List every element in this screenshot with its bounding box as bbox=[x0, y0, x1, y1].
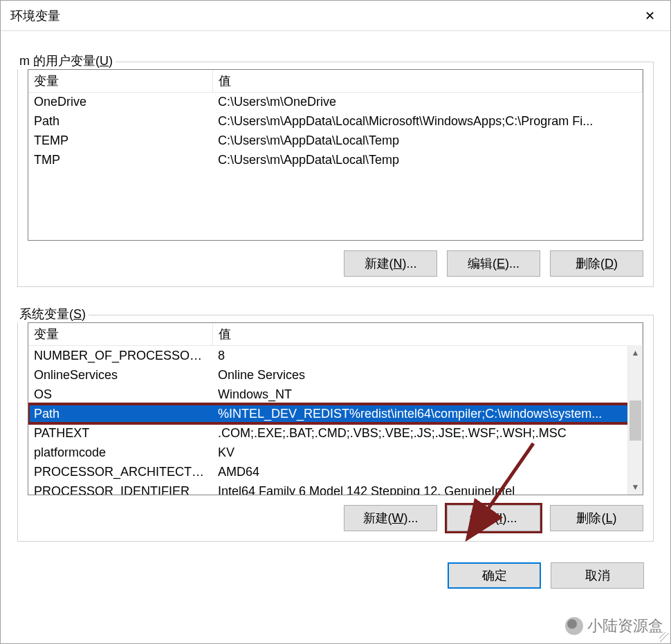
user-variables-group: m 的用户变量(U) 变量 值 OneDriveC:\Users\m\OneDr… bbox=[17, 62, 654, 287]
watermark-text: 小陆资源盒 bbox=[587, 616, 663, 636]
variable-name-cell: PATHEXT bbox=[28, 423, 212, 443]
system-delete-button[interactable]: 删除(L) bbox=[550, 505, 643, 531]
table-row[interactable]: TEMPC:\Users\m\AppData\Local\Temp bbox=[28, 131, 643, 151]
window-title: 环境变量 bbox=[10, 8, 60, 24]
user-variables-label: m 的用户变量(U) bbox=[17, 53, 116, 69]
user-button-row: 新建(N)... 编辑(E)... 删除(D) bbox=[28, 250, 643, 277]
user-delete-button[interactable]: 删除(D) bbox=[550, 250, 643, 277]
table-row[interactable]: OSWindows_NT bbox=[28, 385, 643, 404]
cancel-button[interactable]: 取消 bbox=[551, 562, 644, 589]
variable-name-cell: PROCESSOR_ARCHITECTURE bbox=[28, 462, 212, 481]
scroll-down-icon[interactable]: ▼ bbox=[628, 479, 643, 495]
variable-name-cell: TEMP bbox=[28, 131, 212, 151]
watermark: 小陆资源盒 bbox=[565, 616, 663, 636]
variable-value-cell: .COM;.EXE;.BAT;.CMD;.VBS;.VBE;.JS;.JSE;.… bbox=[212, 423, 643, 443]
system-variables-group: 系统变量(S) 变量 值 NUMBER_OF_PROCESSORS8On bbox=[17, 315, 654, 542]
variable-name-cell: TMP bbox=[28, 151, 212, 170]
titlebar: 环境变量 ✕ bbox=[1, 1, 670, 31]
variable-value-cell: %INTEL_DEV_REDIST%redist\intel64\compile… bbox=[212, 404, 643, 423]
env-vars-dialog: 环境变量 ✕ m 的用户变量(U) 变量 值 OneDrive bbox=[0, 0, 671, 644]
system-edit-button[interactable]: 编辑(I)... bbox=[447, 505, 540, 531]
system-variables-table-container: 变量 值 NUMBER_OF_PROCESSORS8OnlineServices… bbox=[28, 322, 643, 495]
user-variables-table[interactable]: 变量 值 OneDriveC:\Users\m\OneDrivePathC:\U… bbox=[28, 70, 643, 170]
user-variables-table-container: 变量 值 OneDriveC:\Users\m\OneDrivePathC:\U… bbox=[28, 69, 643, 241]
table-row[interactable]: PROCESSOR_ARCHITECTUREAMD64 bbox=[28, 462, 643, 481]
watermark-icon bbox=[565, 617, 583, 635]
table-row[interactable]: NUMBER_OF_PROCESSORS8 bbox=[28, 346, 643, 365]
scroll-up-icon[interactable]: ▲ bbox=[628, 345, 643, 360]
dialog-footer: 确定 取消 bbox=[17, 562, 654, 589]
sys-col-variable[interactable]: 变量 bbox=[28, 323, 212, 346]
variable-value-cell: C:\Users\m\AppData\Local\Temp bbox=[212, 151, 643, 170]
variable-value-cell: KV bbox=[212, 443, 643, 462]
table-row[interactable]: OneDriveC:\Users\m\OneDrive bbox=[28, 93, 643, 112]
variable-value-cell: C:\Users\m\AppData\Local\Microsoft\Windo… bbox=[212, 112, 643, 131]
table-row[interactable]: platformcodeKV bbox=[28, 443, 643, 462]
variable-value-cell: Intel64 Family 6 Model 142 Stepping 12, … bbox=[212, 481, 643, 495]
system-variables-label: 系统变量(S) bbox=[17, 306, 89, 322]
user-edit-button[interactable]: 编辑(E)... bbox=[447, 250, 540, 277]
variable-name-cell: OS bbox=[28, 385, 212, 404]
close-button[interactable]: ✕ bbox=[629, 1, 670, 30]
table-row[interactable]: TMPC:\Users\m\AppData\Local\Temp bbox=[28, 151, 643, 170]
variable-name-cell: OneDrive bbox=[28, 93, 212, 112]
content-area: m 的用户变量(U) 变量 值 OneDriveC:\Users\m\OneDr… bbox=[1, 31, 670, 643]
system-variables-table[interactable]: 变量 值 bbox=[28, 323, 643, 346]
table-row[interactable]: PATHEXT.COM;.EXE;.BAT;.CMD;.VBS;.VBE;.JS… bbox=[28, 423, 643, 443]
system-new-button[interactable]: 新建(W)... bbox=[344, 505, 437, 531]
user-col-value[interactable]: 值 bbox=[212, 70, 643, 93]
variable-name-cell: OnlineServices bbox=[28, 365, 212, 385]
variable-name-cell: PROCESSOR_IDENTIFIER bbox=[28, 481, 212, 495]
user-new-button[interactable]: 新建(N)... bbox=[344, 250, 437, 277]
user-col-variable[interactable]: 变量 bbox=[28, 70, 212, 93]
variable-name-cell: Path bbox=[28, 112, 212, 131]
table-row[interactable]: PROCESSOR_IDENTIFIERIntel64 Family 6 Mod… bbox=[28, 481, 643, 495]
table-row[interactable]: PathC:\Users\m\AppData\Local\Microsoft\W… bbox=[28, 112, 643, 131]
variable-value-cell: C:\Users\m\OneDrive bbox=[212, 93, 643, 112]
variable-value-cell: C:\Users\m\AppData\Local\Temp bbox=[212, 131, 643, 151]
variable-value-cell: 8 bbox=[212, 346, 643, 365]
system-scrollbar[interactable]: ▲ ▼ bbox=[627, 345, 643, 495]
variable-value-cell: AMD64 bbox=[212, 462, 643, 481]
close-icon: ✕ bbox=[645, 8, 655, 24]
system-button-row: 新建(W)... 编辑(I)... 删除(L) bbox=[28, 505, 643, 531]
scroll-thumb[interactable] bbox=[629, 401, 641, 441]
variable-name-cell: platformcode bbox=[28, 443, 212, 462]
table-row[interactable]: OnlineServicesOnline Services bbox=[28, 365, 643, 385]
sys-col-value[interactable]: 值 bbox=[212, 323, 643, 346]
variable-value-cell: Windows_NT bbox=[212, 385, 643, 404]
variable-name-cell: Path bbox=[28, 404, 212, 423]
variable-value-cell: Online Services bbox=[212, 365, 643, 385]
variable-name-cell: NUMBER_OF_PROCESSORS bbox=[28, 346, 212, 365]
ok-button[interactable]: 确定 bbox=[448, 562, 541, 589]
table-row[interactable]: Path%INTEL_DEV_REDIST%redist\intel64\com… bbox=[28, 404, 643, 423]
